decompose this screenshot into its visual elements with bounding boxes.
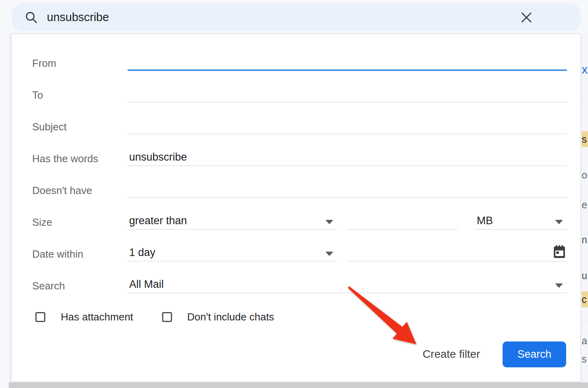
chevron-down-icon xyxy=(325,252,333,256)
size-unit-select[interactable]: MB xyxy=(475,212,567,230)
doesnt-have-input[interactable] xyxy=(128,180,567,198)
background-row-separator xyxy=(581,101,588,102)
background-row-separator xyxy=(581,321,588,321)
close-icon[interactable] xyxy=(520,11,533,24)
date-input[interactable] xyxy=(347,244,567,262)
bottom-window-edge xyxy=(9,382,588,388)
background-text-fragment: o xyxy=(582,167,588,183)
date-within-label: Date within xyxy=(32,243,83,265)
no-chats-label[interactable]: Don't include chats xyxy=(187,307,274,327)
subject-input[interactable] xyxy=(128,116,567,134)
background-text-fragment: s xyxy=(582,351,588,367)
background-mail-list-strip: xsoenucas xyxy=(581,34,588,382)
background-text-fragment: c xyxy=(582,291,588,307)
has-words-input[interactable]: unsubscribe xyxy=(128,148,567,166)
search-scope-label: Search xyxy=(32,275,65,297)
filter-row-date-within: Date within 1 day xyxy=(12,243,580,265)
chevron-down-icon xyxy=(555,283,563,288)
from-label: From xyxy=(32,52,56,74)
background-text-fragment: u xyxy=(582,268,588,283)
subject-label: Subject xyxy=(32,116,67,138)
filter-row-to: To xyxy=(12,84,580,106)
gmail-advanced-search-screen: unsubscribe From To Subject xyxy=(0,0,588,388)
search-input[interactable]: unsubscribe xyxy=(47,3,285,31)
filter-row-doesnt-have: Doesn't have xyxy=(12,179,580,202)
search-scope-select[interactable]: All Mail xyxy=(128,275,567,293)
background-text-fragment: x xyxy=(582,62,588,78)
background-text-fragment: a xyxy=(582,333,588,349)
search-bar[interactable]: unsubscribe xyxy=(12,3,581,31)
has-words-label: Has the words xyxy=(32,147,98,170)
checkbox-row: Has attachment Don't include chats xyxy=(12,307,580,329)
chevron-down-icon xyxy=(325,220,333,224)
no-chats-checkbox[interactable] xyxy=(162,312,172,322)
doesnt-have-label: Doesn't have xyxy=(32,179,92,202)
create-filter-button[interactable]: Create filter xyxy=(412,343,491,365)
chevron-down-icon xyxy=(555,220,563,224)
background-text-fragment: n xyxy=(582,232,588,248)
from-input[interactable] xyxy=(128,53,567,71)
has-attachment-checkbox[interactable] xyxy=(35,312,45,322)
filter-row-size: Size greater than MB xyxy=(12,211,580,233)
to-label: To xyxy=(32,84,43,106)
to-input[interactable] xyxy=(128,85,567,103)
advanced-search-dialog: From To Subject Has the words unsubscrib… xyxy=(11,34,581,382)
size-label: Size xyxy=(32,211,52,233)
has-attachment-label[interactable]: Has attachment xyxy=(61,307,133,327)
filter-row-subject: Subject xyxy=(12,116,580,138)
filter-row-from: From xyxy=(12,52,580,74)
search-button[interactable]: Search xyxy=(503,341,566,367)
background-text-fragment: e xyxy=(582,197,588,213)
background-text-fragment: s xyxy=(582,131,588,147)
search-icon[interactable] xyxy=(25,11,38,24)
size-operator-select[interactable]: greater than xyxy=(128,212,337,230)
size-amount-input[interactable] xyxy=(347,212,458,230)
filter-row-has-words: Has the words unsubscribe xyxy=(12,147,580,170)
filter-row-search-scope: Search All Mail xyxy=(12,275,580,297)
date-range-select[interactable]: 1 day xyxy=(128,244,337,262)
calendar-icon[interactable] xyxy=(553,245,565,258)
